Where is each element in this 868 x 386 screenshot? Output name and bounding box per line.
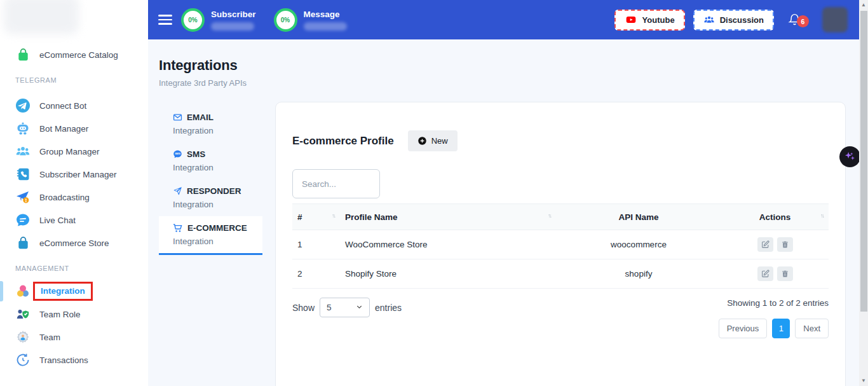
new-button-label: New	[431, 136, 448, 146]
sidebar-item-integration[interactable]: Integration	[0, 280, 148, 303]
subnav-item-title: EMAIL	[187, 111, 214, 123]
youtube-button[interactable]: Youtube	[614, 10, 685, 31]
sidebar-item-subscriber-manager[interactable]: Subscriber Manager	[0, 163, 148, 186]
red-annotation-box: Integration	[33, 282, 93, 301]
integration-subnav: EMAIL Integration SMS SMS Integration RE…	[159, 106, 262, 255]
sidebar-item-transactions[interactable]: Transactions	[0, 348, 148, 371]
row-profile-name: WooCommerce Store	[340, 230, 556, 259]
card-title: E-commerce Profile	[292, 135, 394, 148]
sidebar-item-team-role[interactable]: Team Role	[0, 303, 148, 326]
menu-toggle-button[interactable]	[158, 12, 172, 27]
active-indicator	[0, 281, 3, 301]
search-input[interactable]	[292, 169, 380, 198]
sidebar-item-connect-bot[interactable]: Connect Bot	[0, 94, 148, 117]
discussion-button-label: Discussion	[720, 15, 764, 25]
notification-count-badge: 6	[797, 15, 809, 27]
sidebar-item-broadcasting[interactable]: Broadcasting	[0, 186, 148, 209]
sidebar-item-label: Transactions	[39, 355, 88, 365]
youtube-button-label: Youtube	[642, 15, 675, 25]
svg-text:SMS: SMS	[175, 152, 180, 155]
edit-button[interactable]	[757, 237, 773, 252]
sidebar-item-label: Subscriber Manager	[39, 170, 117, 179]
subscriber-progress-circle: 0%	[181, 8, 205, 32]
notifications-button[interactable]: 6	[788, 12, 802, 27]
blurred-text-placeholder	[211, 22, 254, 31]
show-label: Show	[292, 303, 315, 313]
topbar: 0% Subscriber 0% Message Youtube Discuss…	[148, 0, 859, 39]
ai-assistant-button[interactable]	[839, 146, 860, 167]
subnav-item-ecommerce[interactable]: E-COMMERCE Integration	[159, 216, 262, 255]
shopping-bag-green-icon	[15, 47, 31, 62]
contact-book-phone-icon	[15, 167, 31, 182]
table-row: 1 WooCommerce Store woocommerce	[292, 230, 829, 259]
sidebar-item-group-manager[interactable]: Group Manager	[0, 140, 148, 163]
new-profile-button[interactable]: New	[408, 130, 458, 151]
column-header-index[interactable]: #↑↓	[292, 204, 340, 230]
message-progress-circle: 0%	[274, 8, 297, 32]
sidebar-item-ecommerce-store[interactable]: eCommerce Store	[0, 231, 148, 254]
sidebar-item-label: Group Manager	[39, 147, 100, 156]
subscriber-stat: 0% Subscriber	[181, 8, 256, 32]
table-header-row: #↑↓ Profile Name↑↓ API Name Actions↑↓	[292, 204, 829, 230]
subnav-item-subtitle: Integration	[173, 198, 262, 210]
subnav-item-title: SMS	[187, 148, 205, 160]
subnav-item-sms[interactable]: SMS SMS Integration	[159, 142, 262, 179]
subnav-item-subtitle: Integration	[173, 235, 262, 247]
edit-button[interactable]	[757, 266, 773, 281]
showing-entries-text: Showing 1 to 2 of 2 entries	[719, 298, 829, 309]
subnav-item-subtitle: Integration	[173, 162, 262, 174]
entries-select[interactable]: 5	[320, 298, 370, 317]
sidebar-item-label: Connect Bot	[39, 101, 86, 111]
row-index: 1	[292, 230, 340, 259]
column-header-actions[interactable]: Actions↑↓	[721, 204, 829, 230]
scroll-down-arrow[interactable]: ▼	[859, 377, 868, 385]
sidebar-item-bot-manager[interactable]: Bot Manager	[0, 117, 148, 140]
page-subtitle: Integrate 3rd Party APIs	[159, 78, 247, 88]
sidebar-section-telegram: TELEGRAM	[0, 74, 148, 86]
subnav-item-title: RESPONDER	[187, 185, 241, 197]
scroll-up-arrow[interactable]: ▲	[859, 1, 868, 9]
sidebar: eCommerce Catalog TELEGRAM Connect Bot B…	[0, 0, 148, 386]
sidebar-item-label: eCommerce Store	[39, 238, 109, 248]
subnav-item-subtitle: Integration	[173, 125, 262, 137]
logo-area	[0, 0, 148, 39]
row-profile-name: Shopify Store	[340, 259, 556, 289]
discussion-button[interactable]: Discussion	[693, 10, 774, 31]
sidebar-item-live-chat[interactable]: Live Chat	[0, 209, 148, 231]
sidebar-item-team[interactable]: Team	[0, 326, 148, 348]
chat-bubble-icon	[15, 212, 31, 228]
next-page-button[interactable]: Next	[795, 319, 829, 338]
robot-icon	[15, 121, 31, 136]
sidebar-item-label: eCommerce Catalog	[39, 50, 118, 60]
current-page-button[interactable]: 1	[772, 319, 790, 338]
subnav-item-email[interactable]: EMAIL Integration	[159, 106, 262, 142]
subnav-item-title: E-COMMERCE	[187, 222, 247, 234]
integration-circles-icon	[15, 284, 31, 299]
scrollbar-thumb[interactable]	[860, 11, 867, 312]
discussion-people-icon	[703, 14, 715, 25]
delete-button[interactable]	[777, 237, 793, 252]
column-header-profile-name[interactable]: Profile Name↑↓	[340, 204, 556, 230]
page-title: Integrations	[159, 57, 247, 74]
sort-icon: ↑↓	[548, 212, 551, 219]
delete-button[interactable]	[777, 266, 793, 281]
subnav-item-responder[interactable]: RESPONDER Integration	[159, 179, 262, 216]
shopping-bag-blue-icon	[15, 235, 31, 251]
column-header-api-name[interactable]: API Name	[556, 204, 721, 230]
sort-icon: ↑↓	[332, 212, 335, 219]
shopping-cart-icon	[173, 223, 183, 233]
sidebar-item-ecommerce-catalog[interactable]: eCommerce Catalog	[0, 43, 148, 66]
row-api-name: shopify	[556, 259, 721, 289]
user-avatar[interactable]	[822, 7, 848, 32]
page-scrollbar[interactable]: ▲ ▼	[859, 0, 868, 386]
sidebar-item-label: Bot Manager	[39, 124, 88, 134]
sms-bubble-icon: SMS	[173, 149, 182, 159]
previous-page-button[interactable]: Previous	[719, 319, 768, 338]
email-icon	[173, 113, 182, 122]
entries-label: entries	[375, 303, 402, 313]
history-clock-icon	[15, 352, 31, 368]
pagination: Previous 1 Next	[719, 319, 829, 338]
table-row: 2 Shopify Store shopify	[292, 259, 829, 289]
row-index: 2	[292, 259, 340, 289]
sidebar-section-management: MANAGEMENT	[0, 262, 148, 275]
